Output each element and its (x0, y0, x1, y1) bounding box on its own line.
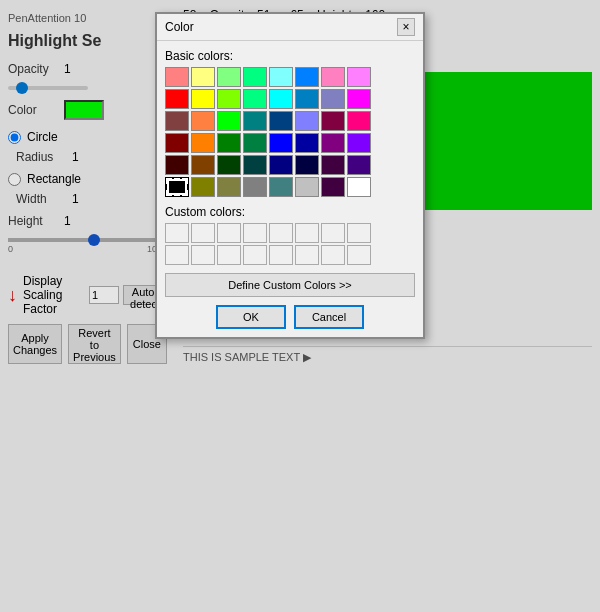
custom-cell[interactable] (243, 245, 267, 265)
basic-color-cell-47[interactable] (347, 177, 371, 197)
basic-color-cell-7[interactable] (347, 67, 371, 87)
basic-color-cell-39[interactable] (347, 155, 371, 175)
custom-cell[interactable] (347, 223, 371, 243)
custom-cell[interactable] (321, 245, 345, 265)
basic-color-cell-44[interactable] (269, 177, 293, 197)
basic-color-cell-43[interactable] (243, 177, 267, 197)
custom-cell[interactable] (347, 245, 371, 265)
custom-cell[interactable] (243, 223, 267, 243)
ok-button[interactable]: OK (216, 305, 286, 329)
basic-color-cell-36[interactable] (269, 155, 293, 175)
basic-color-cell-26[interactable] (217, 133, 241, 153)
basic-color-cell-2[interactable] (217, 67, 241, 87)
basic-color-cell-19[interactable] (243, 111, 267, 131)
basic-color-cell-30[interactable] (321, 133, 345, 153)
basic-color-cell-4[interactable] (269, 67, 293, 87)
custom-cell[interactable] (295, 223, 319, 243)
basic-color-cell-29[interactable] (295, 133, 319, 153)
basic-color-cell-20[interactable] (269, 111, 293, 131)
basic-color-cell-5[interactable] (295, 67, 319, 87)
basic-color-cell-34[interactable] (217, 155, 241, 175)
basic-color-cell-11[interactable] (243, 89, 267, 109)
dialog-title-bar: Color × (157, 14, 423, 41)
color-dialog: Color × Basic colors: Custom colors: (155, 12, 425, 339)
custom-cell[interactable] (321, 223, 345, 243)
basic-color-cell-22[interactable] (321, 111, 345, 131)
basic-color-cell-25[interactable] (191, 133, 215, 153)
basic-color-cell-31[interactable] (347, 133, 371, 153)
basic-color-cell-18[interactable] (217, 111, 241, 131)
custom-cell[interactable] (295, 245, 319, 265)
cancel-button[interactable]: Cancel (294, 305, 364, 329)
basic-color-cell-13[interactable] (295, 89, 319, 109)
custom-colors-label: Custom colors: (165, 205, 415, 219)
basic-color-cell-37[interactable] (295, 155, 319, 175)
basic-color-cell-3[interactable] (243, 67, 267, 87)
basic-color-cell-21[interactable] (295, 111, 319, 131)
basic-color-cell-38[interactable] (321, 155, 345, 175)
dialog-body: Basic colors: Custom colors: (157, 41, 423, 337)
basic-color-cell-16[interactable] (165, 111, 189, 131)
basic-color-cell-28[interactable] (269, 133, 293, 153)
basic-color-cell-15[interactable] (347, 89, 371, 109)
basic-color-cell-46[interactable] (321, 177, 345, 197)
define-custom-colors-button[interactable]: Define Custom Colors >> (165, 273, 415, 297)
custom-color-grid (165, 223, 415, 265)
custom-cell[interactable] (217, 245, 241, 265)
basic-color-cell-6[interactable] (321, 67, 345, 87)
dialog-bottom-buttons: OK Cancel (165, 305, 415, 329)
basic-color-cell-35[interactable] (243, 155, 267, 175)
basic-color-cell-23[interactable] (347, 111, 371, 131)
basic-color-cell-8[interactable] (165, 89, 189, 109)
app-window: PenAttention 10 Highlight Se Opacity 1 C… (0, 0, 600, 612)
dialog-close-button[interactable]: × (397, 18, 415, 36)
custom-cell[interactable] (269, 223, 293, 243)
basic-color-cell-40[interactable] (165, 177, 189, 197)
dialog-title: Color (165, 20, 194, 34)
basic-color-cell-27[interactable] (243, 133, 267, 153)
custom-cell[interactable] (191, 245, 215, 265)
basic-color-cell-10[interactable] (217, 89, 241, 109)
color-grid (165, 67, 415, 197)
basic-color-cell-1[interactable] (191, 67, 215, 87)
custom-cell[interactable] (191, 223, 215, 243)
basic-color-cell-41[interactable] (191, 177, 215, 197)
basic-color-cell-45[interactable] (295, 177, 319, 197)
basic-color-cell-33[interactable] (191, 155, 215, 175)
basic-color-cell-0[interactable] (165, 67, 189, 87)
basic-colors-label: Basic colors: (165, 49, 415, 63)
basic-color-cell-12[interactable] (269, 89, 293, 109)
custom-cell[interactable] (217, 223, 241, 243)
basic-color-cell-32[interactable] (165, 155, 189, 175)
custom-cell[interactable] (165, 223, 189, 243)
custom-cell[interactable] (165, 245, 189, 265)
custom-cell[interactable] (269, 245, 293, 265)
basic-color-cell-14[interactable] (321, 89, 345, 109)
basic-color-cell-9[interactable] (191, 89, 215, 109)
basic-color-cell-24[interactable] (165, 133, 189, 153)
basic-color-cell-42[interactable] (217, 177, 241, 197)
basic-color-cell-17[interactable] (191, 111, 215, 131)
